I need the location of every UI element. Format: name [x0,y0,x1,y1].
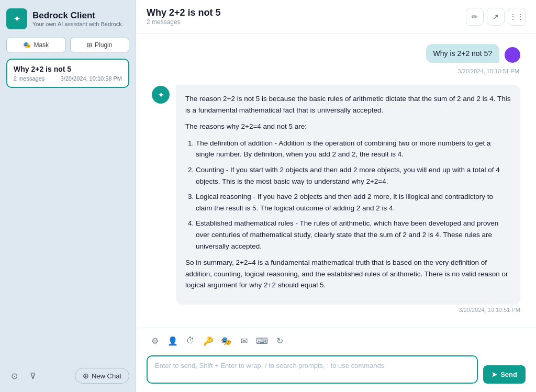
sidebar: ✦ Bedrock Client Your own AI assistant w… [0,0,136,392]
logo-icon: ✦ [13,13,21,25]
list-item: Logical reasoning - If you have 2 object… [196,191,511,214]
sidebar-header: ✦ Bedrock Client Your own AI assistant w… [6,8,129,31]
toolbar-person-button[interactable]: 👤 [164,332,181,349]
app-logo: ✦ [6,8,27,29]
code-icon: ⌨ [256,336,268,346]
plugin-button[interactable]: ⊞ Plugin [70,38,130,52]
settings-footer-button[interactable]: ⊙ [6,368,22,384]
ai-message-wrap: ✦ The reason 2+2 is not 5 is because the… [152,85,520,313]
history-footer-icon: ⊽ [30,371,36,381]
list-item: Counting - If you start with 2 objects a… [196,164,511,187]
edit-icon: ✏ [472,13,478,21]
refresh-icon: ↻ [276,336,283,346]
main-panel: Why 2+2 is not 5 2 messages ✏ ↗ ⋮⋮ Why i… [136,0,536,392]
ai-closing: So in summary, 2+2=4 is a fundamental ma… [185,257,511,291]
email-icon: ✉ [241,336,248,346]
user-message-timestamp: 3/20/2024, 10:10:51 PM [458,68,520,74]
ai-avatar-icon: ✦ [158,90,164,100]
conversation-item[interactable]: Why 2+2 is not 5 2 messages 3/20/2024, 1… [6,59,129,88]
more-icon: ⋮⋮ [509,13,524,21]
history-footer-button[interactable]: ⊽ [25,368,41,384]
mask-icon: 🎭 [221,336,231,346]
chat-area: Why is 2+2 not 5? 3/20/2024, 10:10:51 PM… [136,33,536,328]
share-icon: ↗ [493,13,499,21]
send-icon: ➤ [492,371,497,378]
conversation-title: Why 2+2 is not 5 [14,65,122,73]
mask-button-label: Mask [34,41,49,49]
topbar-title-block: Why 2+2 is not 5 2 messages [147,7,466,26]
user-bubble: Why is 2+2 not 5? [426,44,499,63]
user-avatar [505,47,520,63]
more-button[interactable]: ⋮⋮ [508,8,526,26]
share-button[interactable]: ↗ [487,8,505,26]
user-message-text: Why is 2+2 not 5? [433,49,492,58]
chat-input[interactable] [147,355,478,384]
toolbar-mask-button[interactable]: 🎭 [218,332,234,349]
settings-footer-icon: ⊙ [11,371,18,381]
conversation-timestamp: 3/20/2024, 10:10:58 PM [61,75,122,82]
topbar: Why 2+2 is not 5 2 messages ✏ ↗ ⋮⋮ [136,0,536,33]
user-message-wrap: Why is 2+2 not 5? 3/20/2024, 10:10:51 PM [152,44,520,74]
toolbar-email-button[interactable]: ✉ [236,332,252,349]
new-chat-label: New Chat [92,372,121,380]
toolbar-key-button[interactable]: 🔑 [200,332,217,349]
mask-button-icon: 🎭 [23,41,31,49]
new-chat-plus-icon: ⊕ [83,372,89,380]
list-item: Established mathematical rules - The rul… [196,218,511,252]
app-subtitle: Your own AI assistant with Bedrock. [32,21,124,27]
plugin-button-icon: ⊞ [87,41,92,49]
sidebar-action-buttons: 🎭 Mask ⊞ Plugin [6,38,129,52]
ai-content-block: The reason 2+2 is not 5 is because the b… [176,85,520,313]
send-button[interactable]: ➤ Send [483,365,526,384]
mask-button[interactable]: 🎭 Mask [6,38,66,52]
ai-avatar: ✦ [152,86,170,104]
new-chat-button[interactable]: ⊕ New Chat [75,368,129,384]
person-icon: 👤 [168,336,178,346]
toolbar-refresh-button[interactable]: ↻ [271,332,288,349]
send-label: Send [500,371,517,378]
settings-icon: ⚙ [151,336,159,346]
edit-button[interactable]: ✏ [466,8,484,26]
input-area: ➤ Send [136,351,536,392]
ai-message-timestamp: 3/20/2024, 10:10:51 PM [176,307,520,313]
sidebar-footer: ⊙ ⊽ ⊕ New Chat [6,368,129,384]
clock-icon: ⏱ [186,336,195,345]
message-count: 2 messages [14,75,44,82]
ai-para-2: The reasons why 2+2=4 and not 5 are: [185,121,511,132]
user-bubble-row: Why is 2+2 not 5? [426,44,520,63]
toolbar-settings-button[interactable]: ⚙ [147,332,163,349]
list-item: The definition of addition - Addition is… [196,138,511,160]
key-icon: 🔑 [203,336,214,346]
topbar-actions: ✏ ↗ ⋮⋮ [466,8,526,26]
chat-meta: 2 messages [147,18,466,26]
ai-list: The definition of addition - Addition is… [185,138,511,252]
app-title: Bedrock Client [32,10,124,21]
toolbar-clock-button[interactable]: ⏱ [182,332,199,349]
ai-bubble: The reason 2+2 is not 5 is because the b… [176,85,520,305]
app-title-block: Bedrock Client Your own AI assistant wit… [32,10,124,27]
conversation-meta: 2 messages 3/20/2024, 10:10:58 PM [14,75,122,82]
chat-title: Why 2+2 is not 5 [147,7,466,18]
ai-para-1: The reason 2+2 is not 5 is because the b… [185,93,511,116]
plugin-button-label: Plugin [95,41,112,49]
input-toolbar: ⚙ 👤 ⏱ 🔑 🎭 ✉ ⌨ ↻ [136,328,536,351]
toolbar-code-button[interactable]: ⌨ [253,332,270,349]
